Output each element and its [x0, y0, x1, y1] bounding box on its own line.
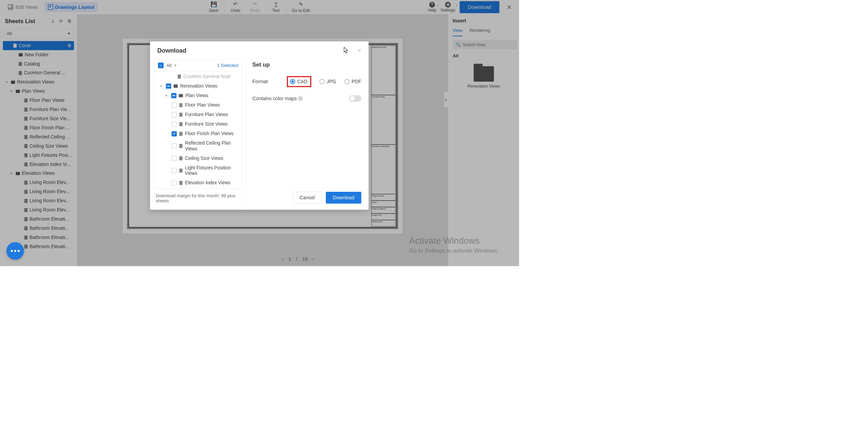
- document-icon: [179, 132, 183, 136]
- contains-color-label: Contains color maps: [252, 96, 297, 101]
- tree-item[interactable]: Furniture Size Views: [154, 119, 242, 129]
- document-icon: [179, 181, 183, 185]
- tree-item[interactable]: Reflected Ceiling Plan Views: [154, 138, 242, 153]
- radio-icon: [319, 79, 325, 85]
- tree-item[interactable]: Furniture Plan Views: [154, 110, 242, 119]
- format-label: Format: [252, 79, 287, 85]
- document-icon: [179, 122, 183, 126]
- checkbox[interactable]: [172, 155, 177, 161]
- document-icon: [179, 168, 183, 172]
- setup-title: Set up: [252, 61, 361, 68]
- download-margin-note: Download margin for this month: 99 plus …: [154, 189, 242, 206]
- radio-icon: [290, 79, 295, 85]
- tree-item[interactable]: CooHom General Note: [154, 72, 242, 81]
- contains-color-toggle[interactable]: [349, 95, 361, 101]
- tree-item[interactable]: Light Fixtures Position Views: [154, 163, 242, 178]
- download-modal: Download × − All ▾ 1 Selected CooHom Gen…: [150, 41, 369, 210]
- checkbox[interactable]: [172, 122, 177, 127]
- modal-setup-panel: Set up Format CAD JPG PDF Contains color…: [246, 59, 369, 210]
- tree-item-plan[interactable]: ▾Plan Views: [154, 91, 242, 100]
- document-icon: [179, 144, 183, 148]
- checkbox[interactable]: [172, 180, 177, 186]
- cancel-button[interactable]: Cancel: [293, 192, 322, 204]
- chat-bubble-button[interactable]: [6, 242, 24, 259]
- format-jpg-radio[interactable]: JPG: [319, 79, 336, 85]
- tree-item[interactable]: Ceiling Size Views: [154, 153, 242, 163]
- selected-count: 1 Selected: [217, 63, 238, 68]
- document-icon: [179, 103, 183, 107]
- caret-icon: ▾: [160, 84, 164, 88]
- modal-title: Download: [157, 47, 186, 54]
- checkbox[interactable]: [172, 168, 177, 173]
- checkbox[interactable]: [171, 93, 177, 98]
- format-cad-highlight: CAD: [287, 76, 311, 87]
- caret-icon: ▾: [166, 94, 169, 97]
- checkbox[interactable]: [172, 131, 177, 136]
- download-confirm-button[interactable]: Download: [326, 192, 361, 204]
- checkbox[interactable]: [172, 143, 177, 149]
- folder-icon: [174, 84, 178, 88]
- modal-sheet-selector: − All ▾ 1 Selected CooHom General Note ▾…: [150, 59, 246, 210]
- document-icon: [178, 74, 181, 78]
- info-icon[interactable]: i: [298, 96, 303, 100]
- dropdown-caret-icon[interactable]: ▾: [174, 63, 177, 68]
- folder-icon: [179, 94, 183, 97]
- format-cad-radio[interactable]: CAD: [290, 79, 308, 85]
- checkbox[interactable]: [166, 83, 172, 89]
- tree-item[interactable]: Elevation Index Views: [154, 178, 242, 187]
- tree-item-renovation[interactable]: ▾Renovation Views: [154, 81, 242, 91]
- document-icon: [179, 113, 183, 117]
- modal-close-button[interactable]: ×: [357, 47, 361, 54]
- tree-item[interactable]: Floor Plan Views: [154, 100, 242, 110]
- checkbox[interactable]: [172, 103, 177, 108]
- select-all-checkbox[interactable]: −: [158, 62, 164, 68]
- all-label: All: [166, 63, 172, 68]
- tree-item-floor-finish[interactable]: Floor Finish Plan Views: [154, 129, 242, 138]
- format-pdf-radio[interactable]: PDF: [344, 79, 361, 85]
- checkbox[interactable]: [172, 112, 177, 117]
- document-icon: [179, 156, 183, 160]
- radio-icon: [344, 79, 350, 85]
